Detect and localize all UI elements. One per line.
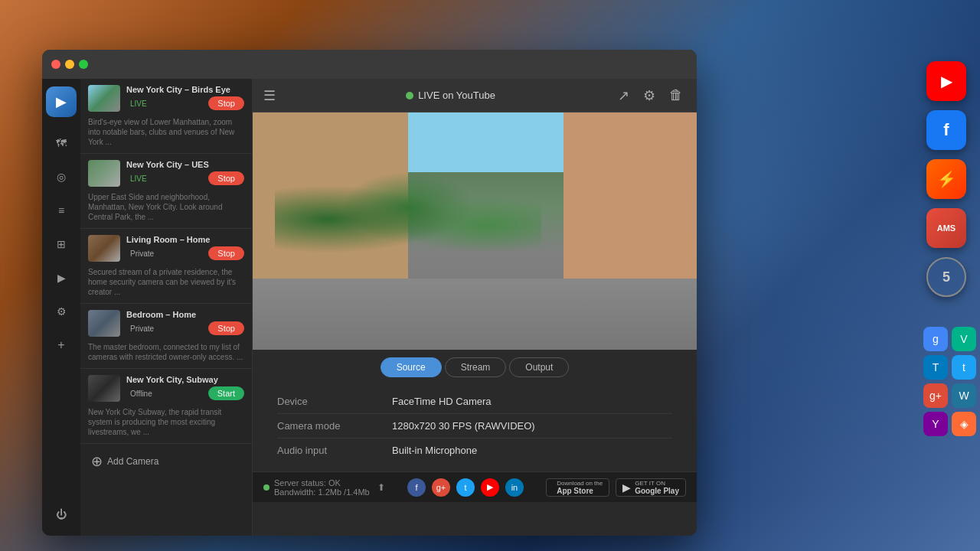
- street: [253, 279, 697, 350]
- source-details: Device FaceTime HD Camera Camera mode 12…: [262, 383, 688, 471]
- mini-icon-vine[interactable]: V: [952, 327, 976, 351]
- mini-icon-extra[interactable]: ◈: [952, 412, 976, 436]
- social-youtube[interactable]: ▶: [481, 478, 499, 497]
- camera-description: Bird's-eye view of Lower Manhattan, zoom…: [88, 117, 244, 147]
- app-icon-facebook[interactable]: f: [926, 110, 966, 150]
- app-cluster: g V T t g+ W Y ◈: [923, 327, 976, 436]
- camera-status-row: LIVE Stop: [126, 96, 244, 110]
- live-indicator: LIVE on YouTube: [286, 90, 615, 101]
- google-play-text: GET IT ON Google Play: [635, 480, 679, 495]
- camera-item-nyc-birds[interactable]: New York City – Birds Eye LIVE Stop Bird…: [80, 79, 252, 154]
- bandwidth-text: Bandwidth: 1.2Mb /1.4Mb: [274, 487, 370, 497]
- camera-header: New York City – Birds Eye LIVE Stop: [88, 85, 244, 112]
- camera-title: Bedroom – Home: [126, 310, 244, 319]
- top-actions: ↗ ⚙ 🗑: [615, 84, 686, 107]
- share-button[interactable]: ↗: [615, 84, 632, 107]
- app-icon-youtube[interactable]: ▶: [926, 61, 966, 101]
- sidebar-icons: ▶ 🗺 ◎ ≡ ⊞ ▶ ⚙ +: [42, 79, 80, 536]
- camera-title: Living Room – Home: [126, 235, 244, 244]
- camera-header: New York City – UES LIVE Stop: [88, 160, 244, 187]
- mini-icon-wordpress[interactable]: W: [952, 383, 976, 408]
- facebook-icon: f: [943, 120, 949, 140]
- sidebar-logo[interactable]: ▶: [46, 86, 77, 117]
- tab-stream[interactable]: Stream: [445, 357, 507, 377]
- sidebar-item-list[interactable]: ≡: [47, 197, 75, 224]
- app-body: ▶ 🗺 ◎ ≡ ⊞ ▶ ⚙ +: [42, 79, 697, 536]
- add-camera-label: Add Camera: [107, 456, 158, 467]
- delete-button[interactable]: 🗑: [666, 84, 686, 106]
- app-store-badge[interactable]: Download on the App Store: [546, 478, 609, 497]
- camera-status-row: LIVE Stop: [126, 171, 244, 185]
- mini-icon-trello[interactable]: T: [923, 355, 948, 380]
- settings-button[interactable]: ⚙: [640, 84, 658, 107]
- start-button[interactable]: Start: [208, 386, 244, 400]
- app-store-text: Download on the App Store: [557, 480, 603, 495]
- status-badge: Private: [126, 324, 158, 334]
- social-gplus[interactable]: g+: [432, 478, 450, 497]
- google-play-badge[interactable]: ▶ GET IT ON Google Play: [616, 478, 686, 497]
- sidebar-item-power[interactable]: ⏻: [47, 500, 75, 528]
- sidebar-item-play[interactable]: ▶: [47, 264, 75, 292]
- main-content: ☰ LIVE on YouTube ↗ ⚙ 🗑: [253, 79, 697, 536]
- server-status-text: Server status: OK: [274, 478, 370, 487]
- camera-status-row: Offline Start: [126, 386, 244, 400]
- camera-info: New York City – UES LIVE Stop: [126, 160, 244, 185]
- camera-description: New York City Subway, the rapid transit …: [88, 407, 244, 437]
- footer-stores: Download on the App Store ▶ GET IT ON Go…: [546, 478, 686, 497]
- camera-description: Upper East Side and neighborhood, Manhat…: [88, 192, 244, 222]
- camera-title: New York City – Birds Eye: [126, 85, 244, 94]
- sidebar-item-settings[interactable]: ⚙: [47, 298, 75, 325]
- mini-icon-gplus[interactable]: g+: [923, 383, 948, 408]
- sidebar-item-map[interactable]: 🗺: [47, 129, 75, 157]
- google-play-icon: ▶: [622, 481, 631, 494]
- footer-social: f g+ t ▶ in: [407, 478, 524, 497]
- app-icon-5[interactable]: 5: [926, 257, 966, 297]
- mini-icon-google[interactable]: g: [923, 327, 948, 351]
- add-camera-button[interactable]: ⊕ Add Camera: [80, 444, 252, 479]
- tab-source[interactable]: Source: [381, 357, 442, 377]
- close-button[interactable]: [51, 60, 60, 69]
- camera-item-living-room[interactable]: Living Room – Home Private Stop Secured …: [80, 229, 252, 304]
- detail-row-audio: Audio input Built-in Microphone: [277, 439, 672, 462]
- camera-list: New York City – Birds Eye LIVE Stop Bird…: [80, 79, 253, 536]
- social-linkedin[interactable]: in: [505, 478, 524, 497]
- device-value: FaceTime HD Camera: [392, 396, 492, 407]
- live-dot: [406, 92, 413, 99]
- social-twitter[interactable]: t: [456, 478, 475, 497]
- maximize-button[interactable]: [79, 60, 88, 69]
- camera-item-nyc-subway[interactable]: New York City, Subway Offline Start New …: [80, 369, 252, 444]
- menu-icon[interactable]: ☰: [263, 87, 276, 104]
- camera-thumbnail: [88, 375, 120, 402]
- live-label: LIVE on YouTube: [418, 90, 495, 101]
- stop-button[interactable]: Stop: [208, 246, 244, 260]
- audio-input-label: Audio input: [277, 445, 392, 456]
- traffic-lights: [51, 60, 88, 69]
- sidebar-item-add[interactable]: +: [47, 331, 75, 359]
- camera-info: New York City – Birds Eye LIVE Stop: [126, 85, 244, 110]
- status-badge: LIVE: [126, 99, 151, 109]
- sidebar-item-grid[interactable]: ⊞: [47, 230, 75, 258]
- camera-header: Living Room – Home Private Stop: [88, 235, 244, 262]
- server-status: Server status: OK Bandwidth: 1.2Mb /1.4M…: [263, 478, 385, 497]
- ams-label: AMS: [937, 223, 956, 233]
- camera-description: Secured stream of a private residence, t…: [88, 267, 244, 297]
- sidebar-item-location[interactable]: ◎: [47, 163, 75, 191]
- camera-item-bedroom[interactable]: Bedroom – Home Private Stop The master b…: [80, 304, 252, 369]
- stop-button[interactable]: Stop: [208, 171, 244, 185]
- upload-icon: ⬆: [377, 482, 385, 493]
- minimize-button[interactable]: [65, 60, 74, 69]
- youtube-icon: ▶: [941, 72, 952, 90]
- camera-info: Bedroom – Home Private Stop: [126, 310, 244, 335]
- app-icon-thunder[interactable]: ⚡: [926, 159, 966, 199]
- stop-button[interactable]: Stop: [208, 96, 244, 110]
- thunder-icon: ⚡: [937, 170, 956, 188]
- app-icon-ams[interactable]: AMS: [926, 208, 966, 248]
- tab-output[interactable]: Output: [509, 357, 569, 377]
- camera-thumbnail: [88, 85, 120, 112]
- social-facebook[interactable]: f: [407, 478, 426, 497]
- camera-item-nyc-ues[interactable]: New York City – UES LIVE Stop Upper East…: [80, 154, 252, 229]
- stop-button[interactable]: Stop: [208, 321, 244, 335]
- mini-icon-y[interactable]: Y: [923, 412, 948, 436]
- camera-header: New York City, Subway Offline Start: [88, 375, 244, 402]
- mini-icon-twitter[interactable]: t: [952, 355, 976, 380]
